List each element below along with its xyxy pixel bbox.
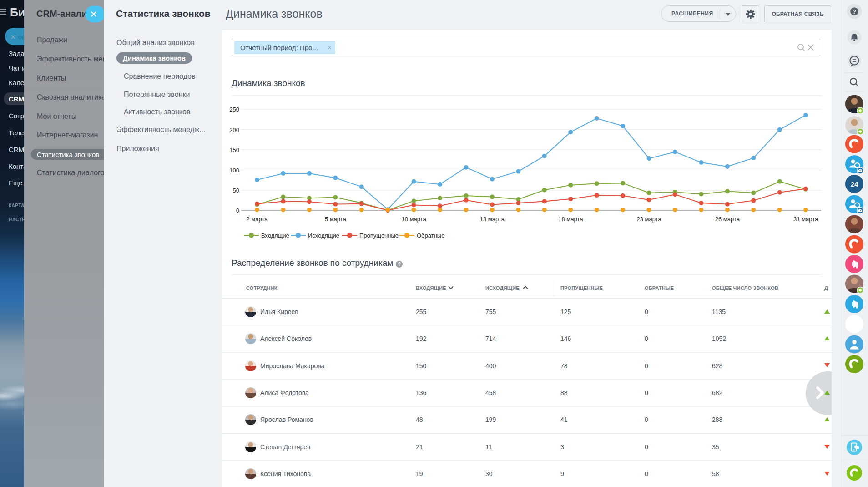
svg-text:50: 50 [233, 187, 239, 194]
svg-text:Пропущенные: Пропущенные [359, 232, 399, 239]
svg-text:31 марта: 31 марта [793, 216, 818, 223]
svg-text:100: 100 [229, 167, 239, 174]
svg-text:2 марта: 2 марта [247, 216, 268, 223]
svg-text:10 марта: 10 марта [401, 216, 426, 223]
svg-text:13 марта: 13 марта [480, 216, 505, 223]
svg-text:200: 200 [229, 127, 239, 133]
svg-text:18 марта: 18 марта [558, 216, 583, 223]
svg-text:26 марта: 26 марта [715, 216, 740, 223]
svg-text:Обратные: Обратные [417, 232, 444, 239]
svg-text:5 марта: 5 марта [325, 216, 347, 223]
svg-text:Исходящие: Исходящие [308, 232, 339, 239]
svg-text:0: 0 [236, 207, 239, 214]
svg-text:150: 150 [229, 147, 239, 153]
svg-text:Входящие: Входящие [261, 232, 289, 239]
svg-text:24: 24 [851, 180, 858, 188]
svg-text:?: ? [853, 8, 856, 15]
svg-text:23 марта: 23 марта [636, 216, 661, 223]
svg-text:250: 250 [229, 106, 239, 113]
